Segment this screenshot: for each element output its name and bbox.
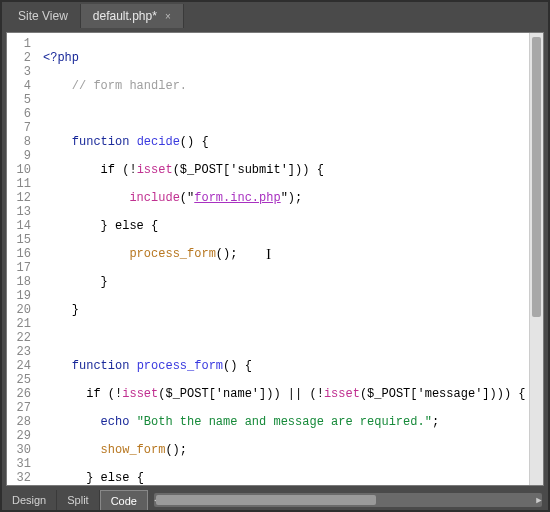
line-number: 7 <box>7 121 31 135</box>
horizontal-scrollbar[interactable]: ◄ ► <box>154 493 542 507</box>
line-number: 23 <box>7 345 31 359</box>
line-number: 3 <box>7 65 31 79</box>
line-number: 9 <box>7 149 31 163</box>
view-tab-split[interactable]: Split <box>57 490 99 510</box>
tab-label: default.php* <box>93 9 157 23</box>
line-number-gutter: 1234567891011121314151617181920212223242… <box>7 33 37 485</box>
line-number: 1 <box>7 37 31 51</box>
line-number: 11 <box>7 177 31 191</box>
line-number: 13 <box>7 205 31 219</box>
view-tab-code[interactable]: Code <box>100 490 148 510</box>
top-tab-bar: Site View default.php* × <box>2 2 548 28</box>
line-number: 4 <box>7 79 31 93</box>
tab-default-php[interactable]: default.php* × <box>81 4 184 28</box>
line-number: 12 <box>7 191 31 205</box>
line-number: 8 <box>7 135 31 149</box>
line-number: 21 <box>7 317 31 331</box>
line-number: 14 <box>7 219 31 233</box>
tab-label: Site View <box>18 9 68 23</box>
line-number: 10 <box>7 163 31 177</box>
line-number: 15 <box>7 233 31 247</box>
php-open-tag: <?php <box>43 51 79 65</box>
comment: // form handler. <box>72 79 187 93</box>
vertical-scrollbar[interactable] <box>529 33 543 485</box>
horizontal-scrollbar-thumb[interactable] <box>156 495 376 505</box>
view-tab-design[interactable]: Design <box>2 490 57 510</box>
line-number: 32 <box>7 471 31 485</box>
line-number: 17 <box>7 261 31 275</box>
line-number: 22 <box>7 331 31 345</box>
close-icon[interactable]: × <box>165 11 171 22</box>
line-number: 31 <box>7 457 31 471</box>
code-pane[interactable]: <?php // form handler. function decide()… <box>37 33 543 485</box>
line-number: 16 <box>7 247 31 261</box>
line-number: 24 <box>7 359 31 373</box>
line-number: 26 <box>7 387 31 401</box>
vertical-scrollbar-thumb[interactable] <box>532 37 541 317</box>
editor-area: 1234567891011121314151617181920212223242… <box>6 32 544 486</box>
chevron-right-icon[interactable]: ► <box>534 495 544 505</box>
line-number: 27 <box>7 401 31 415</box>
line-number: 29 <box>7 429 31 443</box>
line-number: 28 <box>7 415 31 429</box>
line-number: 2 <box>7 51 31 65</box>
line-number: 20 <box>7 303 31 317</box>
bottom-tab-bar: Design Split Code ◄ ► <box>2 490 548 510</box>
line-number: 25 <box>7 373 31 387</box>
editor-frame: Site View default.php* × 123456789101112… <box>0 0 550 512</box>
line-number: 30 <box>7 443 31 457</box>
text-cursor-icon <box>266 248 267 260</box>
line-number: 19 <box>7 289 31 303</box>
tab-site-view[interactable]: Site View <box>6 4 81 28</box>
line-number: 18 <box>7 275 31 289</box>
line-number: 6 <box>7 107 31 121</box>
line-number: 5 <box>7 93 31 107</box>
